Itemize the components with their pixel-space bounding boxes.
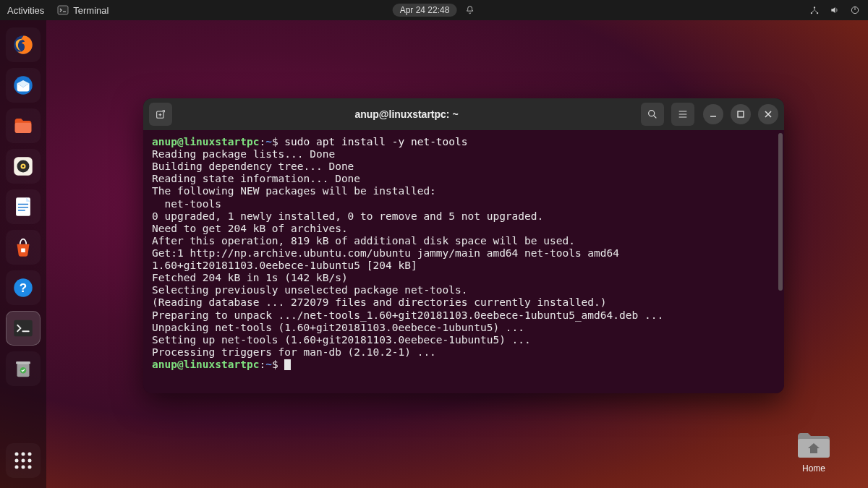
desktop-home-label: Home: [788, 463, 839, 474]
svg-point-31: [28, 466, 32, 469]
svg-point-2: [817, 12, 818, 14]
svg-rect-13: [18, 204, 28, 205]
dock: ?: [0, 20, 46, 488]
new-tab-button[interactable]: [149, 103, 172, 126]
svg-rect-16: [21, 248, 25, 252]
dock-firefox[interactable]: [6, 27, 41, 62]
dock-writer[interactable]: [6, 189, 41, 224]
hamburger-menu-button[interactable]: [671, 103, 694, 126]
svg-point-27: [22, 459, 25, 463]
svg-point-11: [22, 166, 25, 168]
home-folder-icon: [795, 429, 833, 461]
svg-rect-19: [14, 320, 33, 337]
topbar-app-label: Terminal: [73, 5, 109, 16]
window-title: anup@linuxstartpc: ~: [176, 108, 637, 120]
svg-point-29: [15, 466, 19, 469]
svg-point-23: [15, 453, 19, 456]
terminal-titlebar[interactable]: anup@linuxstartpc: ~: [143, 98, 784, 130]
svg-point-3: [814, 7, 815, 8]
search-button[interactable]: [641, 103, 664, 126]
dock-rhythmbox[interactable]: [6, 149, 41, 184]
dock-terminal[interactable]: [6, 311, 41, 346]
svg-rect-7: [15, 123, 32, 133]
desktop-home-folder[interactable]: Home: [788, 429, 839, 474]
svg-point-26: [15, 459, 19, 463]
svg-point-1: [811, 12, 812, 14]
svg-text:?: ?: [20, 281, 27, 295]
svg-rect-15: [18, 210, 25, 210]
svg-point-30: [22, 466, 25, 469]
clock[interactable]: Apr 24 22:48: [393, 4, 457, 17]
svg-point-28: [28, 459, 32, 463]
dock-app-grid[interactable]: [6, 443, 41, 478]
maximize-button[interactable]: [731, 104, 751, 124]
power-icon[interactable]: [849, 4, 861, 16]
dock-software[interactable]: [6, 230, 41, 265]
dock-files[interactable]: [6, 108, 41, 143]
minimize-button[interactable]: [703, 104, 723, 124]
svg-rect-35: [738, 111, 744, 117]
dock-thunderbird[interactable]: [6, 68, 41, 103]
svg-rect-21: [16, 361, 30, 364]
terminal-body[interactable]: anup@linuxstartpc:~$ sudo apt install -y…: [143, 130, 784, 393]
volume-icon[interactable]: [829, 4, 841, 16]
network-icon[interactable]: [809, 4, 820, 16]
svg-point-24: [22, 453, 25, 456]
dock-help[interactable]: ?: [6, 270, 41, 305]
svg-point-34: [649, 111, 655, 116]
close-button[interactable]: [758, 104, 778, 124]
top-panel: Activities Terminal Apr 24 22:48: [0, 0, 868, 20]
svg-point-25: [28, 453, 32, 456]
topbar-app-menu[interactable]: Terminal: [57, 4, 109, 16]
svg-rect-0: [58, 6, 68, 14]
terminal-window: anup@linuxstartpc: ~ anup@linuxstartpc:~…: [143, 98, 784, 393]
terminal-icon: [57, 4, 69, 16]
notification-bell-icon[interactable]: [464, 4, 475, 16]
svg-rect-14: [18, 207, 28, 207]
dock-trash[interactable]: [6, 351, 41, 386]
activities-button[interactable]: Activities: [7, 5, 44, 16]
